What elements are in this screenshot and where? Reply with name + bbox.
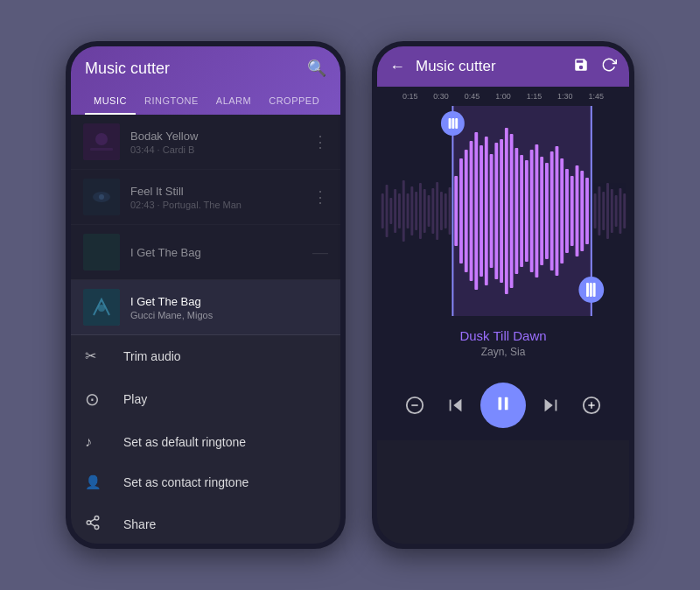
- svg-rect-14: [382, 193, 384, 228]
- svg-rect-41: [490, 154, 494, 268]
- svg-point-5: [99, 194, 104, 200]
- trim-icon: ✂: [85, 348, 109, 364]
- main-container: Music cutter 🔍 MUSIC RINGTONE ALARM CROP…: [48, 24, 652, 566]
- svg-rect-71: [452, 118, 454, 129]
- list-item-partial: I Get The Bag —: [71, 225, 340, 280]
- svg-point-9: [94, 516, 99, 521]
- svg-rect-35: [459, 158, 463, 263]
- svg-rect-57: [570, 176, 574, 246]
- album-art-feel: [83, 179, 120, 215]
- menu-share-label: Share: [123, 517, 156, 531]
- svg-rect-60: [585, 178, 589, 244]
- menu-play[interactable]: ⊙ Play: [71, 376, 340, 422]
- menu-contact-ringtone-label: Set as contact ringtone: [123, 475, 248, 489]
- more-icon[interactable]: ⋮: [312, 187, 328, 207]
- pause-button[interactable]: [480, 383, 526, 428]
- selected-song-info: I Get The Bag Gucci Mane, Migos: [130, 295, 328, 320]
- svg-rect-62: [598, 186, 600, 235]
- svg-rect-38: [474, 132, 478, 290]
- svg-rect-15: [386, 185, 388, 237]
- left-header: Music cutter 🔍 MUSIC RINGTONE ALARM CROP…: [71, 46, 340, 115]
- svg-rect-40: [485, 137, 488, 285]
- svg-rect-59: [580, 171, 584, 251]
- svg-rect-67: [619, 188, 621, 234]
- menu-delete[interactable]: Delete: [71, 545, 340, 549]
- menu-contact-ringtone[interactable]: 👤 Set as contact ringtone: [71, 462, 340, 502]
- svg-rect-34: [454, 176, 458, 246]
- song-info-area: Dusk Till Dawn Zayn, Sia: [377, 316, 629, 370]
- svg-rect-28: [440, 192, 443, 230]
- selected-song-header: I Get The Bag Gucci Mane, Migos: [71, 280, 340, 335]
- svg-rect-24: [424, 189, 426, 233]
- increase-button[interactable]: [576, 390, 607, 421]
- svg-rect-70: [449, 118, 452, 129]
- pause-icon: [494, 394, 513, 418]
- svg-rect-76: [593, 283, 596, 297]
- back-button[interactable]: ←: [389, 58, 405, 76]
- tab-cropped[interactable]: CROPPED: [260, 88, 328, 115]
- svg-rect-30: [449, 187, 452, 235]
- svg-rect-55: [560, 158, 564, 263]
- svg-point-1: [95, 133, 108, 145]
- album-art-bodak: [83, 123, 120, 160]
- music-list: Bodak Yellow 03:44 · Cardi B ⋮ Feel It S…: [71, 115, 340, 280]
- list-item[interactable]: Bodak Yellow 03:44 · Cardi B ⋮: [71, 115, 340, 170]
- marker-030: 0:30: [433, 92, 449, 101]
- marker-045: 0:45: [465, 92, 480, 101]
- svg-rect-39: [480, 145, 483, 277]
- left-app-title: Music cutter: [85, 60, 170, 78]
- list-item[interactable]: Feel It Still 02:43 · Portugal. The Man …: [71, 170, 340, 225]
- next-button[interactable]: [535, 390, 566, 421]
- svg-rect-66: [615, 195, 618, 227]
- save-icon[interactable]: [573, 57, 589, 76]
- song-subtitle: 02:43 · Portugal. The Man: [130, 200, 312, 210]
- svg-point-8: [98, 305, 105, 312]
- svg-rect-75: [590, 283, 592, 297]
- playback-controls: [377, 370, 629, 440]
- svg-rect-65: [611, 189, 613, 233]
- refresh-icon[interactable]: [601, 57, 617, 76]
- svg-rect-74: [586, 283, 589, 297]
- song-subtitle: 03:44 · Cardi B: [130, 144, 312, 155]
- decrease-button[interactable]: [399, 390, 430, 421]
- svg-rect-47: [520, 155, 523, 267]
- contact-ringtone-icon: 👤: [85, 474, 109, 490]
- svg-rect-18: [398, 193, 401, 228]
- svg-rect-22: [415, 192, 417, 230]
- play-icon: ⊙: [85, 389, 109, 410]
- svg-rect-56: [565, 169, 569, 253]
- tabs-bar: MUSIC RINGTONE ALARM CROPPED: [85, 88, 326, 115]
- svg-rect-25: [428, 195, 430, 227]
- more-icon[interactable]: ⋮: [312, 132, 328, 151]
- prev-button[interactable]: [440, 390, 472, 421]
- tab-alarm[interactable]: ALARM: [207, 88, 260, 115]
- svg-rect-82: [505, 397, 508, 410]
- svg-rect-6: [83, 234, 120, 270]
- svg-rect-17: [394, 189, 396, 233]
- more-icon-dim: —: [312, 243, 328, 262]
- svg-rect-64: [606, 183, 609, 239]
- svg-rect-48: [525, 160, 528, 262]
- svg-rect-51: [540, 157, 543, 265]
- svg-rect-20: [407, 193, 410, 228]
- tab-ringtone[interactable]: RINGTONE: [136, 88, 207, 115]
- svg-rect-19: [402, 180, 405, 242]
- svg-rect-63: [602, 192, 605, 230]
- context-menu: ✂ Trim audio ⊙ Play ♪ Set as default rin…: [71, 335, 340, 549]
- search-icon[interactable]: 🔍: [307, 59, 326, 78]
- svg-rect-68: [623, 193, 626, 228]
- song-title: Bodak Yellow: [130, 130, 312, 143]
- waveform-area[interactable]: [377, 106, 629, 316]
- now-playing-artist: Zayn, Sia: [389, 346, 617, 358]
- waveform-svg: [377, 106, 629, 316]
- music-info-feel: Feel It Still 02:43 · Portugal. The Man: [130, 185, 312, 210]
- tab-music[interactable]: MUSIC: [85, 88, 136, 115]
- menu-share[interactable]: Share: [71, 502, 340, 545]
- now-playing-title: Dusk Till Dawn: [389, 328, 617, 343]
- svg-rect-45: [510, 134, 514, 288]
- menu-default-ringtone[interactable]: ♪ Set as default ringtone: [71, 422, 340, 462]
- song-title: Feel It Still: [130, 185, 312, 198]
- menu-trim-audio[interactable]: ✂ Trim audio: [71, 335, 340, 376]
- svg-rect-29: [444, 193, 447, 228]
- svg-marker-83: [545, 399, 553, 412]
